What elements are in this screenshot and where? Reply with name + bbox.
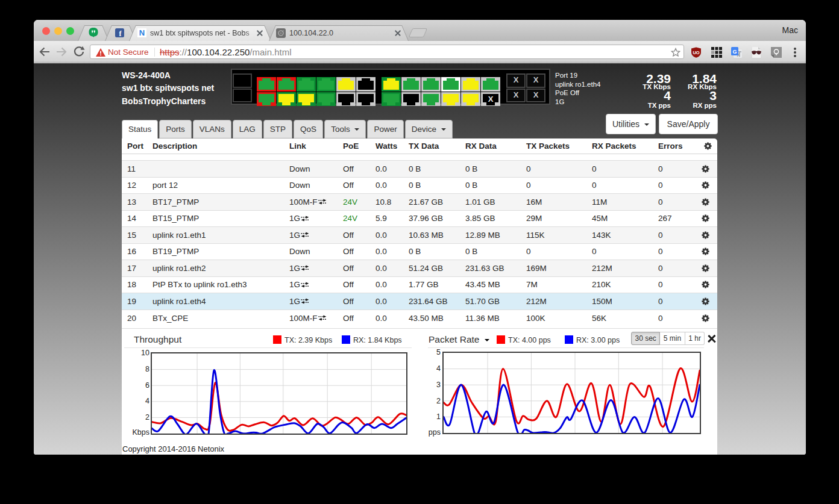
- svg-text:G: G: [732, 49, 737, 55]
- svg-text:UO: UO: [693, 50, 699, 55]
